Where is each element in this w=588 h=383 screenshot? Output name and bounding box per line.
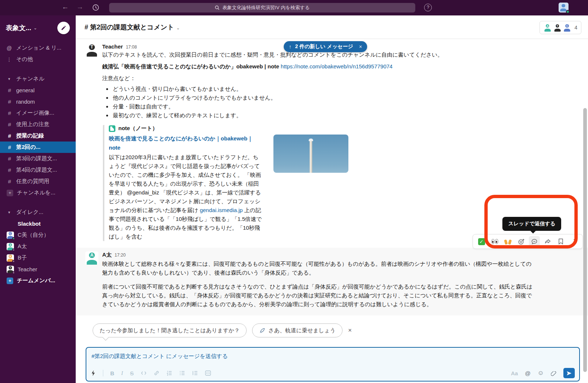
help-icon[interactable]: ? [424, 4, 432, 11]
suggestion-pill-1[interactable]: たった今参加しました！聞き逃したことはありますか？ [93, 323, 247, 337]
card-title-link[interactable]: 映画を倍速で見ることのなにがわるいのか｜obakeweb｜note [109, 134, 264, 152]
sidebar-channel-general[interactable]: # general [0, 85, 76, 96]
timestamp[interactable]: 17:08 [126, 44, 137, 50]
sidebar-channel-session2-selected[interactable]: # 第2回の... [0, 142, 76, 153]
sidebar-channel-usage-notes[interactable]: # 使用上の注意 [0, 119, 76, 130]
presence-offline-dot [12, 260, 15, 263]
channel-label: 第2回の... [16, 144, 40, 151]
channels-section-header[interactable]: ▼ チャンネル [0, 73, 76, 85]
scrollbar-thumb[interactable] [583, 108, 587, 372]
timestamp[interactable]: 17:20 [115, 253, 126, 258]
search-bar[interactable]: 表象文化論特殊研究演習IV 内を検索する [109, 3, 415, 12]
mention-button[interactable]: @ [525, 370, 530, 376]
sidebar-channel-random[interactable]: # random [0, 96, 76, 107]
bullet-list-button[interactable] [179, 371, 185, 376]
sidebar-add-channel[interactable]: + チャンネルを... [0, 187, 76, 198]
new-messages-banner[interactable]: ↑ 2 件の新しい メッセージ × [284, 41, 367, 52]
reply-in-thread-button[interactable] [529, 236, 540, 247]
channel-label: 任意の質問用 [16, 178, 49, 185]
card-service-name: note（ノート） [118, 125, 158, 132]
attach-file-button[interactable] [551, 370, 556, 376]
code-block-button[interactable] [205, 371, 211, 376]
hash-icon: # [7, 133, 12, 139]
hash-icon: # [7, 110, 12, 116]
sidebar-channel-class-records[interactable]: # 授業の記録 [0, 130, 76, 142]
channel-members-button[interactable]: A T C 4 [539, 21, 581, 34]
hash-icon: # [7, 178, 12, 185]
add-reaction-button[interactable] [516, 236, 527, 247]
card-thumbnail-image[interactable] [273, 135, 348, 173]
save-message-button[interactable] [555, 236, 566, 247]
bullet-item: 分量・回数は自由です。 [112, 102, 506, 111]
sidebar-dm-slackbot[interactable]: Slackbot [0, 218, 76, 229]
dm-section-header[interactable]: ▼ ダイレク... [0, 207, 76, 218]
message-avatar[interactable]: T [85, 43, 98, 241]
history-clock-icon[interactable] [92, 4, 100, 11]
avatar: C [7, 232, 14, 239]
message-list: T Teacher 17:08 以下のテキストを読んで、次回授業日の前日までに感… [76, 39, 588, 382]
share-message-button[interactable] [542, 236, 553, 247]
code-button[interactable] [141, 371, 147, 376]
hash-icon: # [7, 144, 12, 150]
plus-icon: + [7, 190, 13, 196]
strikethrough-button[interactable]: S [130, 371, 134, 376]
message-avatar[interactable]: A [85, 251, 98, 309]
sidebar-channel-images[interactable]: # イメージ画像... [0, 107, 76, 119]
banner-text: 2 件の新しい メッセージ [295, 43, 353, 50]
pills-close-icon[interactable]: × [348, 327, 352, 334]
sidebar-dm-self[interactable]: C C美（自分） [0, 229, 76, 241]
caret-down-icon: ▼ [6, 211, 12, 214]
sidebar-dm-b-ko[interactable]: B B子 [0, 252, 76, 264]
suggestion-pill-2[interactable]: さあ、軌道に乗せましょう [252, 323, 343, 337]
member-avatar: A [544, 24, 552, 32]
author-name[interactable]: Teacher [102, 43, 123, 50]
sidebar-item-mentions[interactable]: @ メンション & リ... [0, 42, 76, 54]
emoji-picker-button[interactable]: ☺ [538, 369, 544, 377]
sidebar-dm-a-ta[interactable]: A A太 [0, 241, 76, 252]
sidebar-channel-session3[interactable]: # 第3回の課題文... [0, 153, 76, 164]
message-composer[interactable]: #第2回の課題文献とコメント にメッセージを送信する B I S [86, 347, 580, 382]
sidebar-channel-session4[interactable]: # 第4回の課題文... [0, 164, 76, 176]
reaction-eyes[interactable] [489, 236, 500, 247]
blockquote-button[interactable] [192, 371, 198, 376]
reference-title: 銭清弘「映画を倍速で見ることのなにがわるいのか」obakeweb | note [102, 63, 279, 69]
pencil-icon [61, 25, 67, 31]
italic-button[interactable]: I [121, 371, 123, 376]
channel-label: 第3回の課題文... [16, 155, 57, 162]
plus-icon: + [7, 278, 13, 284]
workspace-header[interactable]: 表象文... ⌄ [0, 15, 76, 38]
link-button[interactable] [154, 370, 159, 376]
sidebar-add-teammates[interactable]: + チームメンバ... [0, 275, 76, 286]
banner-close-icon[interactable]: × [359, 44, 362, 50]
bullet-item: 他の人のコメントにリプライをつけるかたちでもかまいません。 [112, 93, 506, 102]
note-service-icon [109, 125, 115, 132]
reaction-check-mark[interactable]: ✓ [476, 236, 487, 247]
message-paragraph: 映画体験として総称される様々な要素には、回復可能であるものと回復不可能な（可能性… [102, 259, 534, 277]
text-format-toggle[interactable]: Aa [511, 370, 518, 376]
history-back-icon[interactable]: ← [62, 3, 69, 11]
dm-label: Teacher [18, 266, 37, 272]
history-forward-icon[interactable]: → [76, 3, 83, 11]
reference-url-link[interactable]: https://note.com/obakeweb/n/n156d9577907… [281, 63, 392, 69]
sidebar-channel-questions[interactable]: # 任意の質問用 [0, 176, 76, 187]
avatar: A [7, 243, 14, 250]
shortcuts-lightning-icon[interactable] [91, 370, 96, 376]
send-button[interactable] [563, 368, 575, 378]
channel-label: 授業の記録 [16, 132, 44, 139]
dm-label: Slackbot [18, 221, 41, 227]
new-message-button[interactable] [57, 22, 70, 34]
ordered-list-button[interactable] [166, 371, 172, 376]
bold-button[interactable]: B [110, 371, 114, 376]
channel-title[interactable]: # 第2回の課題文献とコメント⌄ [85, 23, 180, 32]
sidebar-item-more[interactable]: ⋮ その他 [0, 54, 76, 65]
author-name[interactable]: A太 [102, 251, 112, 258]
user-avatar[interactable] [559, 3, 569, 12]
reaction-raised-hands[interactable] [502, 236, 513, 247]
card-inline-link[interactable]: gendai.ismedia.jp [200, 207, 243, 213]
thread-tooltip: スレッドで返信する [502, 217, 561, 231]
presence-online-dot [566, 10, 570, 14]
more-actions-button[interactable]: ⋮ [569, 236, 580, 247]
channel-label: general [16, 87, 35, 93]
sidebar-dm-teacher[interactable]: T Teacher [0, 264, 76, 275]
up-arrow-icon: ↑ [289, 44, 291, 50]
